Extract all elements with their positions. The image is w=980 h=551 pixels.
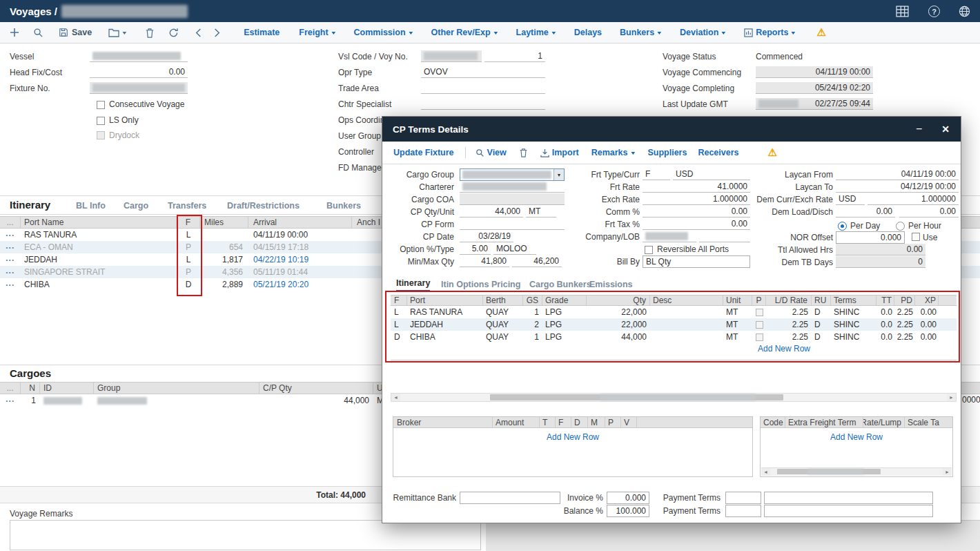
menu-bunkers[interactable]: Bunkers▼ <box>620 28 662 37</box>
payment-terms-desc-input[interactable] <box>764 505 933 517</box>
dem-curr-field[interactable]: USD <box>836 193 865 205</box>
cp-form-label: CP Form <box>388 219 454 231</box>
cp-qty-field[interactable]: 44,000 <box>460 206 523 218</box>
extra-grid-hscrollbar[interactable]: ◄ ► <box>761 467 952 476</box>
option-type-field[interactable]: MOLOO <box>493 243 536 255</box>
chtr-specialist-field[interactable] <box>421 98 545 110</box>
warning-icon[interactable]: ⚠ <box>816 26 825 39</box>
prev-button[interactable] <box>195 28 202 37</box>
scroll-left-arrow[interactable]: ◄ <box>761 468 770 476</box>
payment-terms-code-input[interactable] <box>725 492 761 504</box>
dem-load-field[interactable]: 0.00 <box>836 206 895 218</box>
cp-terms-details-dialog: CP Terms Details − ✕ Update Fixture View… <box>382 116 961 523</box>
scroll-track[interactable] <box>770 468 943 476</box>
tab-emissions[interactable]: Emissions <box>589 280 633 289</box>
tab-bunkers[interactable]: Bunkers <box>326 201 361 211</box>
warning-icon[interactable]: ⚠ <box>767 146 776 159</box>
row-menu-button[interactable]: ••• <box>0 253 21 266</box>
refresh-icon[interactable] <box>168 28 179 38</box>
search-icon[interactable] <box>33 28 43 38</box>
arrival-link[interactable]: 05/21/19 20:20 <box>248 278 352 291</box>
frt-type-field[interactable]: F <box>643 168 670 180</box>
tab-itinerary[interactable]: Itinerary <box>396 278 430 291</box>
tab-itin-options[interactable]: Itin Options <box>441 280 489 289</box>
minimize-button[interactable]: − <box>916 124 922 135</box>
min-qty-field[interactable]: 41,800 <box>460 255 509 267</box>
vsl-code-field <box>421 50 482 62</box>
frt-tax-field[interactable]: 0.00 <box>643 218 750 230</box>
dialog-header[interactable]: CP Terms Details − ✕ <box>382 117 961 142</box>
menu-delays[interactable]: Delays <box>574 28 602 37</box>
delete-icon[interactable] <box>519 148 528 157</box>
tab-pricing[interactable]: Pricing <box>491 280 520 289</box>
dem-exch-field[interactable]: 1.000000 <box>868 193 959 205</box>
nor-offset-field[interactable]: 0.000 <box>836 231 905 244</box>
scroll-right-arrow[interactable]: ► <box>947 394 956 401</box>
row-menu-button[interactable]: ••• <box>0 266 21 278</box>
head-fix-field[interactable]: 0.00 <box>90 66 188 78</box>
laycan-from-field[interactable]: 04/11/19 00:00 <box>836 168 959 180</box>
scroll-right-arrow[interactable]: ► <box>943 468 952 476</box>
consecutive-voyage-checkbox[interactable] <box>97 101 105 109</box>
row-menu-button[interactable]: ••• <box>0 241 21 253</box>
suppliers-button[interactable]: Suppliers <box>647 148 687 157</box>
scroll-left-arrow[interactable]: ◄ <box>391 394 400 401</box>
add-new-row-link[interactable]: Add New Row <box>761 432 952 442</box>
menu-laytime[interactable]: Laytime▼ <box>516 28 556 37</box>
receivers-button[interactable]: Receivers <box>698 148 738 157</box>
row-menu-button[interactable]: ••• <box>0 278 21 291</box>
ls-only-checkbox[interactable] <box>97 117 105 125</box>
tab-draft-restrictions[interactable]: Draft/Restrictions <box>227 201 300 211</box>
dem-disch-field[interactable]: 0.00 <box>899 206 959 218</box>
remarks-menu[interactable]: Remarks▼ <box>591 148 636 157</box>
help-icon[interactable]: ? <box>928 6 940 17</box>
tab-cargo-bunkers[interactable]: Cargo Bunkers <box>529 280 591 289</box>
menu-deviation[interactable]: Deviation▼ <box>680 28 726 37</box>
laycan-to-field[interactable]: 04/12/19 00:00 <box>836 181 959 193</box>
payment-terms-desc-input[interactable] <box>764 492 933 504</box>
menu-reports[interactable]: Reports▼ <box>744 28 796 37</box>
update-fixture-button[interactable]: Update Fixture <box>393 148 454 157</box>
add-icon[interactable] <box>10 28 19 37</box>
scroll-track[interactable] <box>400 394 947 401</box>
cp-form-field[interactable] <box>460 218 565 230</box>
next-button[interactable] <box>214 28 220 37</box>
company-field[interactable] <box>643 231 696 242</box>
import-button[interactable]: Import <box>540 148 579 157</box>
menu-other-rev-exp[interactable]: Other Rev/Exp▼ <box>431 28 498 37</box>
menu-commission[interactable]: Commission▼ <box>354 28 413 37</box>
close-button[interactable]: ✕ <box>941 124 950 134</box>
voyage-remarks-input[interactable] <box>10 520 481 550</box>
cargo-coa-label: Cargo COA <box>388 194 454 206</box>
tab-transfers[interactable]: Transfers <box>168 201 206 211</box>
nor-use-checkbox[interactable] <box>912 233 920 241</box>
opr-type-field[interactable]: OVOV <box>421 66 545 78</box>
globe-icon[interactable] <box>959 6 970 17</box>
view-button[interactable]: View <box>476 148 507 157</box>
arrival-link[interactable]: 04/22/19 10:19 <box>248 253 352 266</box>
menu-freight[interactable]: Freight▼ <box>299 28 335 37</box>
cp-date-field[interactable]: 03/28/19 <box>460 231 513 242</box>
reversible-checkbox[interactable] <box>645 246 653 254</box>
vessel-field[interactable] <box>90 50 188 62</box>
charterer-field[interactable] <box>460 181 565 193</box>
menu-estimate[interactable]: Estimate <box>244 28 280 37</box>
voy-no-field[interactable]: 1 <box>484 50 545 62</box>
invoice-pct-field[interactable]: 0.000 <box>607 492 649 504</box>
delete-icon[interactable] <box>145 28 155 38</box>
per-day-radio[interactable] <box>838 222 847 231</box>
trade-area-field[interactable] <box>421 82 545 94</box>
row-menu-button[interactable]: ••• <box>0 229 21 241</box>
tab-bl-info[interactable]: BL Info <box>76 201 106 211</box>
tab-cargo[interactable]: Cargo <box>124 201 148 211</box>
folder-menu-button[interactable]: ▼ <box>108 28 127 37</box>
grid-hscrollbar[interactable]: ◄ ► <box>391 393 957 402</box>
row-menu-button[interactable]: ••• <box>0 394 21 407</box>
add-new-row-link[interactable]: Add New Row <box>393 432 752 442</box>
cargo-group-combo[interactable]: ▼ <box>460 168 565 181</box>
grid-view-icon[interactable] <box>896 6 909 17</box>
per-hour-radio[interactable] <box>896 222 905 231</box>
option-pct-field[interactable]: 5.00 <box>460 243 491 255</box>
payment-terms-code-input[interactable] <box>725 505 761 517</box>
save-button[interactable]: Save <box>59 28 92 37</box>
